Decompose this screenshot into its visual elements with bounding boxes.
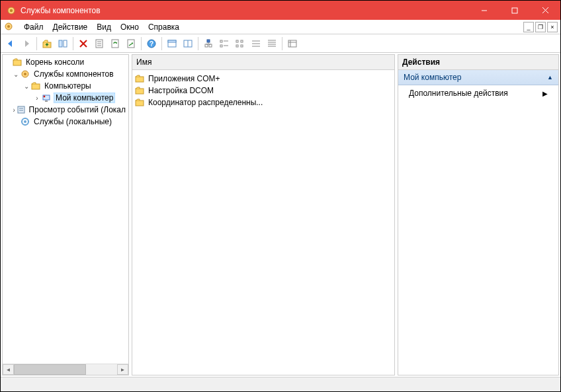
tree-computers[interactable]: ⌄ Компьютеры [4, 80, 127, 92]
export-list-button[interactable] [124, 36, 138, 51]
services-icon [20, 116, 30, 127]
tree-my-computer[interactable]: › Мой компьютер [4, 92, 127, 104]
mdi-minimize-button[interactable]: _ [523, 22, 534, 32]
folder-icon [12, 57, 22, 67]
collapse-caret-icon: ▲ [547, 74, 553, 81]
tree-component-services[interactable]: ⌄ Службы компонентов [4, 68, 127, 80]
svg-rect-38 [241, 40, 243, 42]
list-header[interactable]: Имя [132, 55, 394, 70]
actions-section[interactable]: Мой компьютер ▲ [398, 70, 558, 85]
svg-rect-36 [236, 40, 238, 42]
mdi-restore-button[interactable]: ❐ [535, 22, 546, 32]
tree-root-label: Корень консоли [24, 58, 85, 67]
tree-services-local[interactable]: Службы (локальные) [4, 116, 127, 128]
svg-rect-50 [13, 60, 21, 65]
svg-rect-17 [112, 40, 118, 48]
up-folder-button[interactable] [40, 36, 54, 51]
refresh-button[interactable] [108, 36, 122, 51]
svg-point-52 [24, 73, 26, 75]
menu-window[interactable]: Окно [116, 21, 144, 33]
list-item-label: Настройка DCOM [148, 86, 214, 95]
svg-rect-26 [205, 44, 208, 47]
menu-action[interactable]: Действие [48, 21, 93, 33]
svg-rect-39 [241, 45, 243, 47]
list-body[interactable]: Приложения COM+ Настройка DCOM Координат… [132, 70, 394, 375]
menubar: Файл Действие Вид Окно Справка _ ❐ × [1, 20, 560, 34]
menu-view[interactable]: Вид [92, 21, 116, 33]
expand-icon[interactable]: › [33, 95, 41, 102]
view-list2-button[interactable] [265, 36, 279, 51]
view-status3-button[interactable] [233, 36, 247, 51]
properties-button[interactable] [92, 36, 107, 51]
expand-icon[interactable]: › [12, 106, 17, 114]
actions-more-label: Дополнительные действия [409, 89, 508, 98]
svg-rect-55 [45, 100, 48, 102]
tree-services-local-label: Службы (локальные) [32, 117, 113, 126]
mdi-close-button[interactable]: × [547, 22, 558, 32]
collapse-icon[interactable]: ⌄ [22, 83, 30, 90]
close-button[interactable] [530, 1, 560, 20]
menu-file[interactable]: Файл [19, 21, 48, 33]
svg-rect-18 [128, 40, 134, 48]
svg-rect-37 [236, 45, 238, 47]
actions-more[interactable]: Дополнительные действия ▶ [398, 85, 558, 101]
tree-hscrollbar[interactable]: ◄ ► [3, 364, 128, 375]
view-list1-button[interactable] [249, 36, 263, 51]
view-status1-button[interactable] [201, 36, 216, 51]
event-viewer-icon [17, 104, 26, 115]
help-button[interactable]: ? [144, 36, 159, 51]
tree-pane: Корень консоли ⌄ Службы компонентов ⌄ Ко… [2, 54, 129, 375]
view-status2-button[interactable] [217, 36, 232, 51]
forward-button[interactable] [19, 36, 34, 51]
view-columns-button[interactable] [181, 36, 195, 51]
tree-my-computer-label: Мой компьютер [54, 93, 115, 103]
back-button[interactable] [3, 36, 18, 51]
svg-rect-67 [136, 89, 144, 94]
svg-rect-66 [136, 77, 144, 82]
list-pane: Имя Приложения COM+ Настройка DCOM Коорд… [132, 54, 395, 375]
toggle-panel-button[interactable] [165, 36, 179, 51]
svg-point-1 [10, 9, 13, 11]
svg-text:?: ? [150, 40, 153, 48]
svg-point-56 [44, 96, 46, 98]
svg-rect-33 [220, 45, 222, 47]
menu-help[interactable]: Справка [144, 21, 184, 33]
maximize-button[interactable] [499, 1, 530, 20]
svg-rect-3 [512, 8, 517, 13]
folder-icon [135, 98, 146, 107]
submenu-caret-icon: ▶ [542, 90, 548, 97]
scroll-left-icon[interactable]: ◄ [3, 364, 14, 375]
app-menu-icon [3, 21, 15, 33]
svg-rect-22 [168, 40, 176, 42]
component-services-icon [20, 69, 30, 79]
tree-component-services-label: Службы компонентов [32, 69, 115, 79]
tree-root[interactable]: Корень консоли [4, 56, 127, 68]
tree-event-viewer-label: Просмотр событий (Локал [28, 105, 127, 114]
svg-rect-25 [207, 40, 210, 42]
app-icon [6, 5, 17, 16]
list-item[interactable]: Координатор распределенны... [135, 97, 392, 108]
actions-header: Действия [398, 55, 558, 70]
titlebar: Службы компонентов [1, 1, 560, 20]
window-title: Службы компонентов [21, 6, 469, 15]
minimize-button[interactable] [469, 1, 499, 20]
list-item[interactable]: Настройка DCOM [135, 85, 392, 97]
console-tree[interactable]: Корень консоли ⌄ Службы компонентов ⌄ Ко… [3, 55, 128, 364]
show-hide-console-button[interactable] [56, 36, 70, 51]
scroll-right-icon[interactable]: ► [117, 364, 128, 375]
svg-rect-68 [136, 100, 144, 106]
list-item[interactable]: Приложения COM+ [135, 73, 392, 85]
scroll-thumb[interactable] [14, 364, 86, 375]
statusbar [1, 377, 560, 391]
tree-event-viewer[interactable]: › Просмотр событий (Локал [4, 104, 127, 116]
svg-rect-32 [220, 40, 222, 42]
toolbar: ? [1, 34, 560, 53]
folder-icon [135, 74, 146, 83]
collapse-icon[interactable]: ⌄ [12, 71, 20, 78]
svg-rect-10 [64, 40, 67, 47]
tree-computers-label: Компьютеры [43, 81, 93, 91]
delete-button[interactable] [76, 36, 91, 51]
svg-rect-47 [288, 40, 296, 47]
view-details-button[interactable] [285, 36, 300, 51]
list-item-label: Приложения COM+ [148, 74, 220, 83]
